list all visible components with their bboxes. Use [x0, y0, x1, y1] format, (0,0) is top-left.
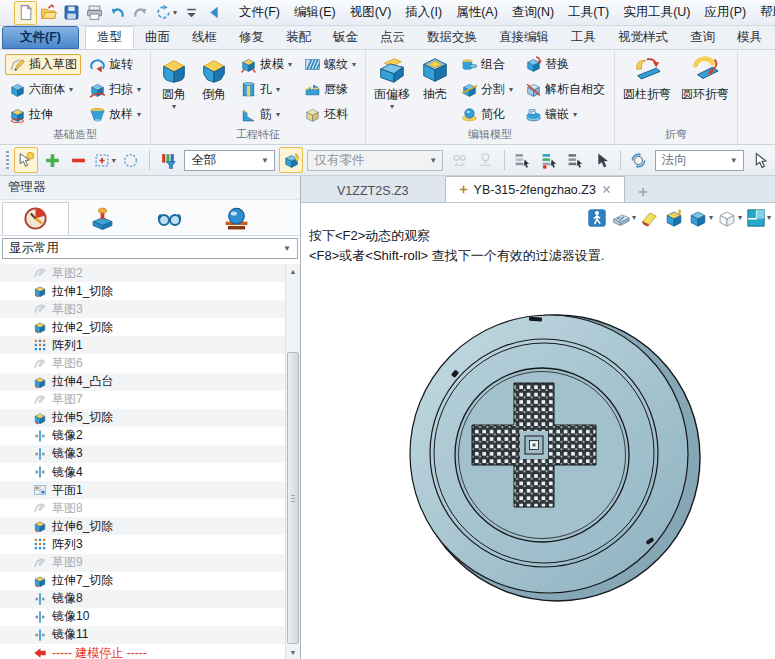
visual-tab[interactable] — [136, 202, 203, 235]
rib-dropdown-icon[interactable]: ▾ — [276, 110, 280, 119]
tree-item-15[interactable]: 阵列3 — [0, 535, 285, 553]
sweep-button[interactable]: 扫掠▾ — [85, 79, 145, 100]
tree-scrollbar[interactable]: ▲ ▼ — [285, 264, 300, 659]
fillet-button[interactable]: 圆角▾ — [154, 52, 194, 127]
face-offset-dropdown-icon[interactable]: ▾ — [390, 103, 394, 111]
orbit-mode-button[interactable] — [627, 147, 651, 173]
menu-item-0[interactable]: 文件(F) — [232, 4, 287, 21]
ribbon-tab-1[interactable]: 曲面 — [134, 26, 181, 49]
menu-item-4[interactable]: 属性(A) — [449, 4, 505, 21]
tree-item-7[interactable]: 草图7 — [0, 391, 285, 409]
restore-panel-icon[interactable] — [263, 181, 277, 195]
shaded-display-dropdown-icon[interactable]: ▾ — [709, 213, 713, 222]
thread-button[interactable]: 螺纹▾ — [300, 54, 360, 75]
eraser-button[interactable] — [639, 206, 661, 229]
quick-access-more-button[interactable] — [180, 1, 203, 25]
tree-item-11[interactable]: 镜像4 — [0, 463, 285, 481]
scroll-down-icon[interactable]: ▼ — [286, 645, 300, 659]
pick-filtered-list-button[interactable] — [537, 147, 561, 173]
chamfer-button[interactable]: 倒角 — [194, 52, 234, 127]
box-button[interactable]: 六面体▾ — [5, 79, 81, 100]
remove-pick-button[interactable] — [66, 147, 90, 173]
open-file-button[interactable] — [37, 1, 60, 25]
ribbon-tab-8[interactable]: 直接编辑 — [488, 26, 560, 49]
toolbar-drag-handle[interactable] — [6, 151, 9, 169]
ribbon-tab-7[interactable]: 数据交换 — [416, 26, 488, 49]
divide-dropdown-icon[interactable]: ▾ — [509, 85, 513, 94]
resolve-self-intersection-button[interactable]: 解析自相交 — [521, 79, 609, 100]
tree-item-16[interactable]: 草图9 — [0, 554, 285, 572]
menu-item-5[interactable]: 查询(N) — [505, 4, 561, 21]
loft-button[interactable]: 放样▾ — [85, 104, 145, 125]
tree-item-14[interactable]: 拉伸6_切除 — [0, 517, 285, 535]
layer-tab[interactable] — [203, 202, 270, 235]
divide-button[interactable]: 分割▾ — [457, 79, 517, 100]
model-3d[interactable] — [363, 266, 745, 648]
simplify-button[interactable]: 简化 — [457, 104, 517, 125]
undo-button[interactable] — [106, 1, 129, 25]
draft-dropdown-icon[interactable]: ▾ — [288, 60, 292, 69]
redo-button[interactable] — [129, 1, 152, 25]
entity-filter-combo[interactable]: 全部▼ — [184, 150, 275, 171]
tree-item-13[interactable]: 草图8 — [0, 499, 285, 517]
hole-dropdown-icon[interactable]: ▾ — [276, 85, 280, 94]
inlay-button[interactable]: 镶嵌▾ — [521, 104, 609, 125]
menu-item-3[interactable]: 插入(I) — [398, 4, 449, 21]
cylinder-bend-button[interactable]: 圆柱折弯 — [618, 52, 676, 127]
menu-item-9[interactable]: 帮助(H) — [753, 4, 775, 21]
tree-item-9[interactable]: 镜像2 — [0, 427, 285, 445]
scroll-up-icon[interactable]: ▲ — [286, 264, 300, 278]
align-view-button[interactable] — [663, 206, 685, 229]
rib-button[interactable]: 筋▾ — [236, 104, 296, 125]
pick-last-button[interactable] — [589, 147, 613, 173]
close-panel-icon[interactable] — [281, 181, 295, 195]
ribbon-tab-2[interactable]: 线框 — [181, 26, 228, 49]
tree-item-3[interactable]: 拉伸2_切除 — [0, 318, 285, 336]
part-filter-button[interactable] — [279, 147, 303, 173]
tree-item-5[interactable]: 草图6 — [0, 354, 285, 372]
combine-button[interactable]: 组合 — [457, 54, 517, 75]
ribbon-tab-5[interactable]: 钣金 — [322, 26, 369, 49]
sweep-dropdown-icon[interactable]: ▾ — [137, 85, 141, 94]
regen-dropdown-icon[interactable]: ▾ — [173, 8, 177, 17]
tree-item-18[interactable]: 镜像8 — [0, 590, 285, 608]
viewport-layout-button[interactable]: ▾ — [745, 206, 772, 229]
face-offset-button[interactable]: 面偏移▾ — [369, 52, 415, 127]
history-tab[interactable] — [2, 202, 69, 235]
new-file-button[interactable] — [14, 1, 37, 25]
revolve-button[interactable]: 旋转 — [85, 54, 145, 75]
wireframe-display-button[interactable]: ▾ — [716, 206, 743, 229]
ribbon-tab-4[interactable]: 装配 — [275, 26, 322, 49]
viewport-layout-dropdown-icon[interactable]: ▾ — [767, 213, 771, 222]
stock-button[interactable]: 坯料 — [300, 104, 360, 125]
tree-item-17[interactable]: 拉伸7_切除 — [0, 572, 285, 590]
tree-item-8[interactable]: 拉伸5_切除 — [0, 409, 285, 427]
tree-filter-dropdown[interactable]: 显示常用 ▼ — [2, 238, 298, 259]
save-button[interactable] — [60, 1, 83, 25]
tab-close-icon[interactable] — [601, 184, 612, 195]
fillet-dropdown-icon[interactable]: ▾ — [172, 103, 176, 111]
document-tab-0[interactable]: V1ZZT2S.Z3 — [325, 179, 421, 202]
lip-button[interactable]: 唇缘 — [300, 79, 360, 100]
inlay-dropdown-icon[interactable]: ▾ — [573, 110, 577, 119]
insert-sketch-button[interactable]: 插入草图 — [5, 54, 81, 75]
document-tab-1[interactable]: YB-315-2fengzhao.Z3 — [445, 176, 625, 202]
scroll-thumb[interactable] — [287, 352, 299, 644]
draft-button[interactable]: 拔模▾ — [236, 54, 296, 75]
add-pick-button[interactable] — [40, 147, 64, 173]
filter-settings-button[interactable] — [156, 147, 180, 173]
pick-lasso-button[interactable] — [119, 147, 143, 173]
tree-item-6[interactable]: 拉伸4_凸台 — [0, 373, 285, 391]
tree-item-4[interactable]: 阵列1 — [0, 336, 285, 354]
pick-box-button[interactable]: ▾ — [93, 147, 117, 173]
box-dropdown-icon[interactable]: ▾ — [69, 85, 73, 94]
collapse-menu-button[interactable] — [203, 1, 226, 25]
pick-box-dropdown-icon[interactable]: ▾ — [112, 156, 116, 165]
shaded-display-button[interactable]: ▾ — [687, 206, 714, 229]
ribbon-tab-11[interactable]: 查询 — [679, 26, 726, 49]
tree-item-21[interactable]: ----- 建模停止 ----- — [0, 644, 285, 659]
hole-button[interactable]: 孔▾ — [236, 79, 296, 100]
tree-item-12[interactable]: 平面1 — [0, 481, 285, 499]
tree-item-10[interactable]: 镜像3 — [0, 445, 285, 463]
tree-item-2[interactable]: 草图3 — [0, 300, 285, 318]
